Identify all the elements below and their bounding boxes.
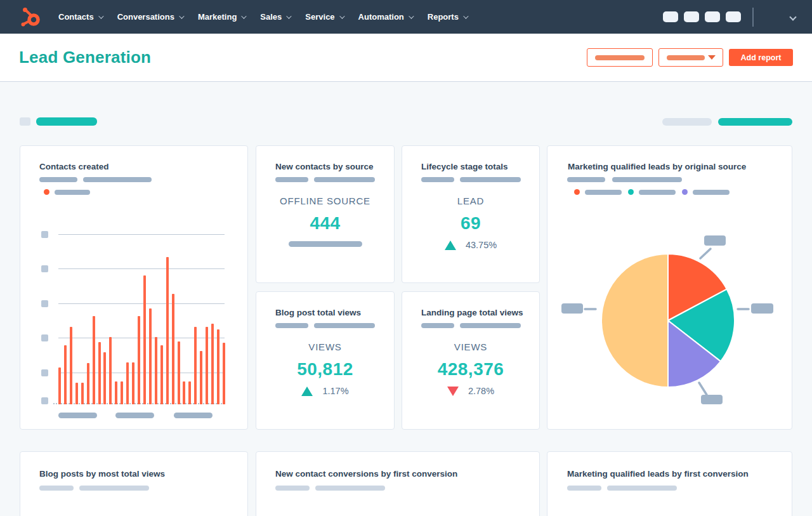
bar-19[interactable] [160, 345, 163, 404]
filter-chip-teal[interactable] [36, 117, 97, 126]
button-label-placeholder [595, 55, 645, 60]
bar-10[interactable] [109, 337, 112, 404]
card-new-contact-conversions: New contact conversions by first convers… [256, 451, 540, 516]
dropdown-caret-icon [708, 55, 716, 60]
chevron-down-icon[interactable] [789, 13, 796, 20]
nav-item-reports[interactable]: Reports [428, 12, 467, 22]
header-outline-button-1[interactable] [587, 48, 653, 67]
nav-item-conversations[interactable]: Conversations [117, 12, 183, 22]
nav-action-placeholder-1[interactable] [663, 11, 678, 22]
metric-label: OFFLINE SOURCE [256, 195, 394, 206]
delta-down-icon [447, 387, 459, 396]
chevron-down-icon [242, 13, 247, 18]
card-title: New contacts by source [275, 162, 374, 171]
nav-action-placeholder-3[interactable] [705, 11, 720, 22]
chevron-down-icon [463, 13, 468, 18]
nav-action-placeholder-4[interactable] [726, 11, 741, 22]
legend-label-placeholder [55, 190, 90, 195]
nav-item-contacts[interactable]: Contacts [58, 12, 102, 22]
card-title: Marketing qualified leads by first conve… [567, 469, 749, 479]
metric-value: 69 [402, 213, 539, 234]
delta-up-icon [445, 241, 456, 250]
bar-13[interactable] [126, 362, 129, 404]
gridline [58, 303, 225, 304]
nav-item-label: Sales [260, 12, 282, 22]
delta-up-icon [301, 387, 313, 396]
bar-8[interactable] [98, 342, 101, 404]
bar-6[interactable] [87, 363, 89, 404]
nav-menu: ContactsConversationsMarketingSalesServi… [58, 12, 467, 22]
nav-item-label: Contacts [58, 12, 94, 22]
bar-24[interactable] [188, 381, 191, 404]
chevron-down-icon [339, 13, 344, 18]
bar-26[interactable] [200, 351, 202, 404]
metric-label: VIEWS [256, 341, 394, 352]
nav-item-service[interactable]: Service [305, 12, 343, 22]
card-title: Lifecycle stage totals [421, 162, 508, 171]
card-subtitle-placeholder [421, 323, 521, 328]
dashboard-filters-right [662, 118, 792, 126]
card-subtitle-placeholder [421, 177, 521, 182]
metric-delta: 1.17% [256, 386, 394, 396]
card-subtitle-placeholder [39, 177, 152, 182]
nav-item-label: Conversations [117, 12, 174, 22]
gridline [58, 234, 225, 235]
bar-5[interactable] [81, 383, 84, 404]
bar-15[interactable] [138, 316, 140, 404]
nav-item-automation[interactable]: Automation [358, 12, 412, 22]
y-axis-label-placeholder [41, 265, 48, 272]
y-axis-label-placeholder [41, 231, 48, 238]
bar-18[interactable] [155, 337, 157, 404]
add-report-button[interactable]: Add report [729, 49, 793, 66]
bar-20[interactable] [166, 257, 169, 404]
bar-30[interactable] [223, 343, 225, 404]
metric-footer-placeholder [289, 241, 362, 247]
chevron-down-icon [409, 13, 414, 18]
nav-item-label: Marketing [198, 12, 237, 22]
filter-chip-gray[interactable] [662, 118, 712, 126]
bar-22[interactable] [178, 341, 180, 404]
bar-16[interactable] [143, 275, 146, 404]
pie-slice-4[interactable] [601, 254, 668, 387]
bar-9[interactable] [103, 352, 106, 404]
page-title: Lead Generation [19, 48, 151, 67]
bar-17[interactable] [149, 308, 152, 404]
card-contacts-created: Contacts created [20, 145, 248, 430]
bar-chart [58, 234, 225, 404]
x-axis-label-placeholder [174, 413, 213, 418]
nav-divider [752, 8, 754, 27]
filter-chip-small[interactable] [20, 117, 30, 126]
card-blog-post-total-views: Blog post total views VIEWS 50,812 1.17% [256, 291, 395, 430]
bar-4[interactable] [75, 383, 78, 404]
bar-29[interactable] [217, 329, 219, 404]
card-subtitle-placeholder [275, 323, 375, 328]
dashboard-filters-left [20, 117, 97, 126]
bar-14[interactable] [132, 362, 134, 404]
nav-item-marketing[interactable]: Marketing [198, 12, 245, 22]
bar-27[interactable] [206, 327, 208, 404]
bar-11[interactable] [115, 381, 117, 404]
card-title: Contacts created [39, 162, 109, 171]
y-axis-label-placeholder [41, 397, 48, 404]
chevron-down-icon [179, 13, 184, 18]
nav-item-sales[interactable]: Sales [260, 12, 290, 22]
card-title: Blog posts by most total views [39, 469, 165, 479]
header-dropdown-button[interactable] [658, 48, 723, 67]
gridline [58, 338, 225, 338]
filter-chip-teal-right[interactable] [718, 118, 792, 126]
metric-delta: 2.78% [402, 386, 539, 396]
bar-25[interactable] [194, 327, 197, 404]
legend-dot-icon [44, 189, 49, 195]
bar-28[interactable] [211, 324, 214, 404]
bar-7[interactable] [93, 316, 95, 404]
card-title: New contact conversions by first convers… [275, 469, 457, 479]
bar-23[interactable] [183, 381, 185, 404]
bar-21[interactable] [172, 294, 174, 404]
bar-1[interactable] [58, 367, 61, 404]
bar-2[interactable] [64, 345, 67, 404]
nav-action-placeholder-2[interactable] [684, 11, 699, 22]
nav-right-actions [657, 8, 812, 27]
bar-12[interactable] [121, 381, 123, 404]
bar-3[interactable] [70, 327, 72, 404]
hubspot-logo-icon[interactable] [21, 7, 40, 27]
